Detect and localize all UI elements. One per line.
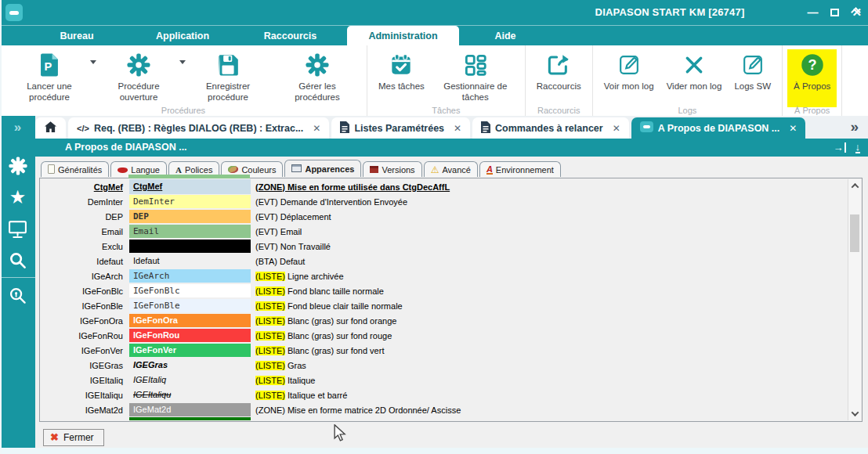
tab-label: Polices xyxy=(185,165,212,175)
table-row-idefaut[interactable]: IdefautIdefaut(BTA) Defaut xyxy=(41,254,847,268)
tab-home[interactable] xyxy=(35,117,66,139)
row-sample-cell: IGeFonRou xyxy=(129,329,251,342)
vertical-scrollbar[interactable] xyxy=(848,179,861,420)
row-sample-cell: IGEGras xyxy=(129,359,251,372)
collapse-down-icon[interactable]: ↓ xyxy=(855,142,861,153)
scroll-end-icon[interactable]: → xyxy=(834,142,846,153)
tab-versions[interactable]: Versions xyxy=(363,161,421,177)
table-row-deminter[interactable]: DemInterDemInter(EVT) Demande d'Interven… xyxy=(41,194,847,209)
window-left-edge xyxy=(0,0,2,454)
tab-close-icon[interactable]: ✕ xyxy=(313,123,320,134)
tab-overflow-icon[interactable]: » xyxy=(850,118,859,135)
table-row-igemat2d[interactable]: IGeMat2dIGeMat2d(ZONE) Mise en forme mat… xyxy=(41,402,847,417)
tab-avance[interactable]: ⚠Avancé xyxy=(424,161,478,177)
enregistrer-procedure-button[interactable]: Enregistrer procédure xyxy=(183,49,273,103)
raccourcis-button[interactable]: Raccourcis xyxy=(530,49,588,92)
voir-mon-log-button[interactable]: Voir mon log xyxy=(598,49,660,92)
tab-req-reb-regles-dialog-reb-extrac[interactable]: </>Req. (REB) : Règles DIALOG (REB) : Ex… xyxy=(68,117,329,139)
row-description: (LISTE) Italique xyxy=(251,376,315,385)
tab-apparences[interactable]: Apparences xyxy=(284,160,361,177)
row-description: (EVT) Email xyxy=(251,227,302,236)
tab-generalites[interactable]: Généralités xyxy=(41,161,109,177)
table-row-igearch[interactable]: IGeArchIGeArch(LISTE) Ligne archivée xyxy=(41,268,847,283)
table-row-igefonver[interactable]: IGeFonVerIGeFonVer(LISTE) Blanc (gras) s… xyxy=(41,343,847,358)
table-row-igegras[interactable]: IGEGrasIGEGras(LISTE) Gras xyxy=(41,358,847,373)
description-prefix: (EVT) xyxy=(255,197,278,207)
collapse-ribbon-icon[interactable] xyxy=(852,7,859,14)
scroll-down-icon[interactable] xyxy=(848,407,861,420)
sidebar-item-star-icon[interactable]: ★ xyxy=(0,182,35,213)
description-prefix: (LISTE) xyxy=(255,316,285,326)
menu-administration[interactable]: Administration xyxy=(347,26,459,45)
close-x-icon: ✖ xyxy=(50,431,59,443)
tab-label: Listes Paramétrées xyxy=(354,123,444,134)
column-highlight-bottom xyxy=(129,417,251,420)
menu-raccourcis[interactable]: Raccourcis xyxy=(233,26,347,45)
lancer-une-procedure-button[interactable]: PLancer une procédure xyxy=(5,49,94,103)
pencil-square-icon xyxy=(743,51,763,79)
tab-listes-parametrees[interactable]: Listes Paramétrées✕ xyxy=(331,117,470,139)
table-row-igefonble[interactable]: IGeFonBleIGeFonBle(LISTE) Fond bleue cla… xyxy=(41,298,847,313)
fermer-button[interactable]: ✖ Fermer xyxy=(43,429,104,446)
sidebar-item-search-location-icon[interactable] xyxy=(0,279,35,311)
table-row-exclu[interactable]: ExcluExclu(EVT) Non Travaillé xyxy=(41,239,847,254)
table-row-igefonrou[interactable]: IGeFonRouIGeFonRou(LISTE) Blanc (gras) s… xyxy=(41,328,847,343)
menu-aide[interactable]: Aide xyxy=(459,26,552,45)
sidebar-item-helm-icon[interactable] xyxy=(0,150,35,182)
table-row-igefonblc[interactable]: IGeFonBlcIGeFonBlc(LISTE) Fond blanc tai… xyxy=(41,283,847,298)
procedure-ouverture-button[interactable]: Procédure ouverture xyxy=(94,49,183,103)
ribbon-button-label: Logs SW xyxy=(734,81,771,92)
share-arrow-icon xyxy=(548,51,570,79)
svg-text:?: ? xyxy=(808,57,816,73)
sidebar-item-monitor-icon[interactable] xyxy=(0,213,35,244)
row-sample-cell: Email xyxy=(129,225,251,238)
row-sample-cell: IGeFonOra xyxy=(129,314,251,327)
sidebar-expand-icon[interactable]: » xyxy=(0,116,35,150)
row-sample-cell: IGEItaliq xyxy=(129,373,251,387)
row-sample-cell: IGEItaliqu xyxy=(129,388,251,402)
ribbon-button-label: Gestionnaire de tâches xyxy=(437,81,514,103)
ribbon-button-label: Gérer les procédures xyxy=(279,81,356,103)
row-sample-cell: Idefaut xyxy=(129,254,251,268)
description-prefix: (ZONE) xyxy=(255,405,285,415)
gerer-les-procedures-button[interactable]: Gérer les procédures xyxy=(273,49,362,103)
table-row-igefonora[interactable]: IGeFonOraIGeFonOra(LISTE) Blanc (gras) s… xyxy=(41,313,847,328)
tab-commandes-a-relancer[interactable]: Commandes à relancer✕ xyxy=(472,117,629,139)
tab-label: Versions xyxy=(382,165,414,175)
mes-taches-button[interactable]: Mes tâches xyxy=(372,49,431,92)
table-row-igeitaliq[interactable]: IGEItaliqIGEItaliq(LISTE) Italique xyxy=(41,373,847,387)
fermer-label: Fermer xyxy=(63,432,94,443)
row-description: (LISTE) Fond bleue clair taille normale xyxy=(251,301,403,311)
menu-application[interactable]: Application xyxy=(132,26,233,45)
minimize-button[interactable]: — xyxy=(807,5,818,20)
scrollbar-thumb[interactable] xyxy=(850,214,859,252)
table-row-igeitaliqu[interactable]: IGEItaliquIGEItaliqu(LISTE) Italique et … xyxy=(41,387,847,402)
sidebar-item-search-icon[interactable] xyxy=(0,244,35,276)
tab-environnement[interactable]: AEnvironnement xyxy=(479,161,561,177)
row-description: (ZONE) Mise en forme matrice 2D Ordonnée… xyxy=(251,405,461,415)
table-row-email[interactable]: EmailEmail(EVT) Email xyxy=(41,224,847,239)
scroll-up-icon[interactable] xyxy=(848,179,861,193)
versions-icon xyxy=(370,165,378,175)
ribbon-group-label: Tâches xyxy=(367,106,525,115)
row-sample-cell: IGeArch xyxy=(129,269,251,283)
tab-close-icon[interactable]: ✕ xyxy=(789,123,797,134)
tab-close-icon[interactable]: ✕ xyxy=(454,123,461,134)
tab-close-icon[interactable]: ✕ xyxy=(613,123,620,134)
tab-a-propos-de-diapason[interactable]: A Propos de DIAPASON ...✕ xyxy=(631,117,806,139)
menu-bureau[interactable]: Bureau xyxy=(22,26,132,45)
style-sample: DemInter xyxy=(129,195,251,208)
a-propos-button[interactable]: ?À Propos xyxy=(787,49,837,107)
logs-sw-button[interactable]: Logs SW xyxy=(728,49,777,92)
menubar: BureauApplicationRaccourcisAdministratio… xyxy=(0,25,868,45)
tab-label: A Propos de DIAPASON ... xyxy=(658,123,780,134)
vider-mon-log-button[interactable]: Vider mon log xyxy=(660,49,729,92)
code-icon: </> xyxy=(77,123,89,134)
header-ctgmef: CtgMef xyxy=(41,182,129,192)
home-icon xyxy=(45,121,56,135)
app-icon[interactable] xyxy=(5,4,23,21)
table-row-dep[interactable]: DEPDEP(EVT) Déplacement xyxy=(41,209,847,224)
gestionnaire-de-taches-button[interactable]: Gestionnaire de tâches xyxy=(431,49,520,103)
document-icon xyxy=(340,121,349,135)
maximize-button[interactable] xyxy=(830,9,839,16)
